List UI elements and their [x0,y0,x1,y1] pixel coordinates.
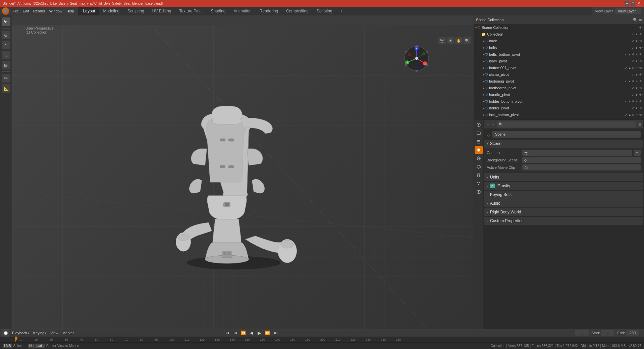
holder-bottom-icon-4[interactable]: ↗ [635,100,638,103]
units-section-header[interactable]: ▸ Units [484,173,643,181]
outliner-row-lock-bottom[interactable]: ▸ ▽ lock_bottom_pivot ↙ ▲ ⊕ ↗ 👁 [474,111,644,118]
tab-scripting[interactable]: Scripting [313,7,336,15]
holder-bottom-icon-2[interactable]: ▲ [628,100,631,103]
outliner-row-holder[interactable]: ▸ ▽ holder_pivot ↙ ▲ 👁 [474,105,644,111]
holder-bottom-icon-1[interactable]: ↙ [625,100,628,103]
props-forward-btn[interactable]: → [491,122,495,127]
footboards-icon-2[interactable]: ▲ [635,86,638,90]
rotate-tool-button[interactable]: ↻ [2,41,10,49]
clamp-icon-1[interactable]: ↙ [632,73,634,76]
keying-sets-header[interactable]: ▸ Keying Sets [484,191,643,199]
holder-visibility[interactable]: 👁 [639,106,643,110]
play-btn[interactable]: ▶ [256,330,263,336]
step-forward-btn[interactable]: ⏩ [264,330,271,336]
menu-file[interactable]: File [11,8,21,14]
outliner-row-footboards[interactable]: ▸ ▽ footboards_pivot ↙ ▲ 👁 [474,85,644,91]
outliner-row-belts[interactable]: ▸ ▽ belts ↙ ▲ 👁 [474,44,644,51]
camera-edit-btn[interactable]: ✏ [634,150,641,156]
belts-bottom-expand[interactable]: ▸ [483,53,485,56]
belts-bottom-icon-3[interactable]: ⊕ [632,53,635,56]
fastening-icon-3[interactable]: ⊕ [632,80,635,83]
outliner-row-fastening[interactable]: ▸ ▽ fastening_pivot ↙ ▲ ⊕ ↗ 👁 [474,78,644,85]
scene-3d-area[interactable]: Z X Y [12,25,474,329]
active-movie-clip-value[interactable]: 🎬 [522,164,641,170]
belts-visibility[interactable]: 👁 [639,46,643,50]
view-layer-dropdown[interactable]: View Layer ▾ [615,8,641,14]
outliner-row-holder-bottom[interactable]: ▸ ▽ holder_bottom_pivot ↙ ▲ ⊕ ↗ 👁 [474,98,644,105]
outliner-row-body[interactable]: ▸ ▽ body_pivot ↙ ▲ 👁 [474,58,644,64]
play-reverse-btn[interactable]: ◀ [248,330,255,336]
bottom001-icon-2[interactable]: ▲ [628,66,631,69]
gravity-checkbox[interactable]: ✓ [490,184,495,188]
lock-bottom-icon-3[interactable]: ⊕ [632,113,635,116]
step-back-btn[interactable]: ⏪ [240,330,247,336]
maximize-button[interactable]: □ [631,1,635,6]
body-expand[interactable]: ▸ [483,60,485,63]
tab-shading[interactable]: Shading [207,7,229,15]
collection-expand-icon[interactable]: ▾ [479,33,481,36]
collection-restrict-select[interactable]: ↙ [632,33,634,36]
clamp-expand[interactable]: ▸ [483,73,485,76]
menu-window[interactable]: Window [47,8,64,14]
lock-bottom-expand[interactable]: ▸ [483,113,485,116]
timeline-icon[interactable]: 🕐 [2,329,9,337]
lock-bottom-icon-1[interactable]: ↙ [625,113,628,116]
close-button[interactable]: ✕ [637,1,641,6]
bottom001-icon-3[interactable]: ⊕ [632,66,635,69]
props-icon-scene[interactable] [475,146,483,154]
scene-section-header[interactable]: ▾ Scene [484,140,643,148]
fastening-icon-1[interactable]: ↙ [625,80,628,83]
tab-sculpting[interactable]: Sculpting [123,7,148,15]
clamp-icon-2[interactable]: ▲ [635,73,638,76]
measure-tool-button[interactable]: 📐 [2,84,10,93]
body-icon-2[interactable]: ▲ [635,59,638,63]
tab-modeling[interactable]: Modeling [99,7,124,15]
scene-collection-expand-icon[interactable]: ▾ [475,26,477,29]
outliner-row-bottom001[interactable]: ▸ ▽ bottom001_pivot ↙ ▲ ⊕ ↗ 👁 [474,64,644,71]
bottom001-icon-4[interactable]: ↗ [635,66,638,69]
fastening-visibility[interactable]: 👁 [639,80,643,83]
tab-compositing[interactable]: Compositing [282,7,313,15]
tab-layout[interactable]: Layout [79,7,99,15]
props-back-btn[interactable]: ← [486,122,490,127]
tab-rendering[interactable]: Rendering [256,7,282,15]
collection-visibility-icon[interactable]: 👁 [639,33,643,36]
bottom001-icon-1[interactable]: ↙ [625,66,628,69]
blender-logo[interactable]: 🌀 [2,7,9,15]
belts-bottom-icon-1[interactable]: ↙ [625,53,628,56]
jump-start-btn[interactable]: ⏮ [224,330,231,336]
belts-icon-1[interactable]: ↙ [632,46,634,49]
belts-bottom-icon-4[interactable]: ↗ [635,53,638,56]
fastening-icon-2[interactable]: ▲ [628,80,631,83]
viewport-3d[interactable]: ⬡ Object Mode ▾ View Select Add Object 🌐… [12,15,474,329]
lock-bottom-visibility[interactable]: 👁 [639,113,643,117]
start-frame-input[interactable]: 1 [601,330,614,336]
holder-bottom-icon-3[interactable]: ⊕ [632,100,635,103]
fastening-expand[interactable]: ▸ [483,80,485,83]
footboards-visibility[interactable]: 👁 [639,86,643,90]
end-frame-input[interactable]: 250 [626,330,639,336]
props-search-bar[interactable]: 🔍 [497,121,636,128]
annotate-tool-button[interactable]: ✏ [2,74,10,83]
current-frame-input[interactable]: 1 [575,330,589,336]
holder-bottom-visibility[interactable]: 👁 [639,100,643,103]
lock-bottom-icon-2[interactable]: ▲ [628,113,631,116]
holder-expand[interactable]: ▸ [483,107,485,110]
props-icon-viewlayer[interactable] [475,138,483,146]
custom-props-header[interactable]: ▸ Custom Properties [484,217,643,225]
audio-header[interactable]: ▸ Audio [484,199,643,207]
handle-visibility[interactable]: 👁 [639,93,643,97]
props-icon-object[interactable] [475,163,483,171]
tab-animation[interactable]: Animation [229,7,255,15]
belts-expand-icon[interactable]: ▸ [483,46,485,49]
props-options-btn[interactable]: ☰ [638,122,641,126]
props-icon-modifier[interactable] [475,171,483,179]
clamp-visibility[interactable]: 👁 [639,73,643,77]
keying-menu-btn[interactable]: Keying ▾ [32,330,48,336]
outliner-row-back[interactable]: ▸ ▽ back ↙ ▲ 👁 [474,38,644,44]
select-mode-button[interactable] [2,17,10,26]
body-icon-1[interactable]: ↙ [632,59,634,63]
transform-tool-button[interactable]: ⊞ [2,61,10,69]
menu-render[interactable]: Render [31,8,47,14]
props-icon-render[interactable] [475,121,483,129]
